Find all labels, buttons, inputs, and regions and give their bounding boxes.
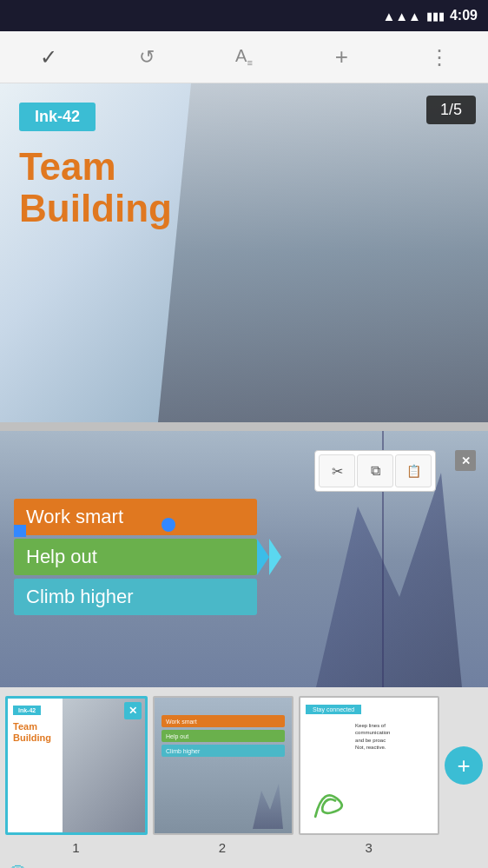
work-smart-label: Work smart — [26, 506, 123, 528]
check-button[interactable]: ✓ — [27, 36, 70, 79]
copy-icon: ⧉ — [371, 463, 380, 479]
slide-title-line1: Team — [19, 145, 116, 188]
thumb-number-2: 2 — [152, 840, 293, 855]
add-button[interactable]: + — [320, 36, 363, 79]
add-slide-icon: + — [457, 752, 470, 779]
copy-button[interactable]: ⧉ — [357, 454, 393, 487]
thumb-number-1: 1 — [5, 840, 147, 855]
main-slide[interactable]: 1/5 Ink-42 Team Building — [0, 83, 488, 422]
check-icon: ✓ — [40, 45, 57, 70]
thumb2-bar-1: Work smart — [162, 715, 285, 727]
help-out-label: Help out — [26, 546, 97, 568]
thumb1-title: Team Building — [13, 721, 51, 744]
list-item[interactable]: Help out — [14, 539, 257, 575]
thumb2-label-3: Climb higher — [166, 748, 200, 754]
thumb3-swirl-image — [307, 777, 355, 825]
thumb2-bar-2: Help out — [162, 730, 285, 742]
undo-button[interactable]: ↺ — [125, 36, 168, 79]
thumb2-items: Work smart Help out Climb higher — [162, 715, 285, 759]
toolbar: ✓ ↺ A≡ + ⋮ — [0, 31, 488, 83]
status-bar: ▲▲▲ ▮▮▮ 4:09 — [0, 0, 488, 31]
wifi-icon: ▲▲▲ — [382, 9, 421, 23]
thumbnail-strip-container: ✕ Ink-42 Team Building Work smart Help o… — [0, 687, 488, 855]
thumbnail-2[interactable]: Work smart Help out Climb higher — [153, 696, 293, 835]
thumb3-header: Stay connected — [306, 705, 361, 714]
cut-button[interactable]: ✂ — [319, 454, 355, 487]
more-icon: ⋮ — [429, 45, 450, 70]
section-divider — [0, 422, 488, 431]
slide-counter: 1/5 — [426, 96, 476, 124]
battery-icon: ▮▮▮ — [426, 10, 445, 23]
undo-icon: ↺ — [139, 46, 155, 69]
thumbnail-1[interactable]: ✕ Ink-42 Team Building — [5, 696, 148, 835]
selection-handle-dot[interactable] — [162, 518, 175, 532]
slide-title: Team Building — [19, 146, 172, 230]
thumb3-text: Keep lines of communication and be proac… — [355, 722, 431, 752]
bottom-bar: 👁 — [0, 855, 488, 868]
thumb2-label-2: Help out — [166, 733, 188, 739]
arrow-decoration-1 — [257, 539, 269, 575]
thumbnail-numbers-row: 1 2 3 — [5, 835, 439, 855]
climb-higher-bar[interactable]: Climb higher — [14, 579, 257, 615]
edit-close-button[interactable]: ✕ — [455, 450, 476, 471]
slide-title-line2: Building — [19, 187, 172, 229]
climb-higher-label: Climb higher — [26, 586, 134, 608]
thumb2-bar-3: Climb higher — [162, 745, 285, 757]
paste-button[interactable]: 📋 — [395, 454, 432, 487]
thumb1-title-text: Team Building — [13, 721, 51, 743]
thumb-number-3: 3 — [298, 840, 439, 855]
paste-icon: 📋 — [406, 464, 421, 478]
help-out-bar[interactable]: Help out — [14, 539, 257, 575]
close-icon: ✕ — [461, 454, 471, 467]
selection-handle-square[interactable] — [14, 525, 26, 537]
slide-people-image — [158, 83, 488, 422]
edit-text-items: Work smart Help out Climb higher — [14, 499, 257, 619]
add-slide-button[interactable]: + — [445, 746, 483, 785]
thumb1-ink-badge: Ink-42 — [13, 706, 41, 715]
more-button[interactable]: ⋮ — [418, 36, 461, 79]
thumb3-text-content: Keep lines of communication and be proac… — [355, 723, 390, 750]
add-icon: + — [335, 43, 348, 70]
cut-icon: ✂ — [332, 463, 343, 480]
thumbnail-row: ✕ Ink-42 Team Building Work smart Help o… — [5, 696, 483, 835]
climbing-silhouette — [254, 461, 462, 687]
clock: 4:09 — [450, 8, 478, 23]
thumbnail-3[interactable]: Stay connected Keep lines of communicati… — [299, 696, 439, 835]
thumb2-label-1: Work smart — [166, 719, 197, 725]
list-item[interactable]: Work smart — [14, 499, 257, 535]
list-item[interactable]: Climb higher — [14, 579, 257, 615]
ink-badge: Ink-42 — [19, 103, 96, 131]
text-format-button[interactable]: A≡ — [222, 36, 266, 79]
edit-area[interactable]: ✂ ⧉ 📋 ✕ Work smart Help out — [0, 431, 488, 687]
thumb1-close-button[interactable]: ✕ — [124, 702, 142, 719]
work-smart-bar[interactable]: Work smart — [14, 499, 257, 535]
edit-floating-toolbar: ✂ ⧉ 📋 — [314, 450, 436, 492]
arrow-decoration-2 — [269, 539, 281, 575]
status-icons: ▲▲▲ ▮▮▮ 4:09 — [382, 8, 478, 23]
eye-icon[interactable]: 👁 — [9, 861, 28, 868]
text-format-icon: A≡ — [235, 46, 253, 68]
